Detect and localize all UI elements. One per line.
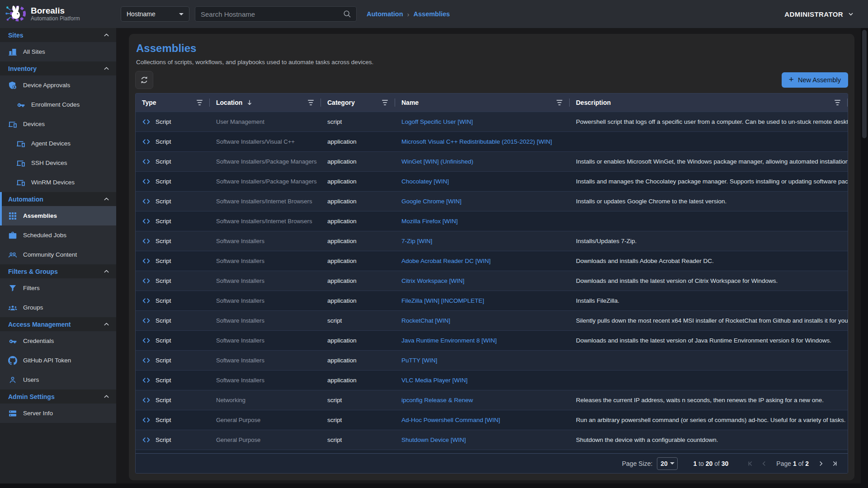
breadcrumb-assemblies[interactable]: Assemblies bbox=[414, 10, 450, 18]
assembly-link[interactable]: Citrix Workspace [WIN] bbox=[401, 277, 464, 284]
search-box[interactable] bbox=[195, 6, 357, 22]
sidebar-item-ssh-devices[interactable]: SSH Devices bbox=[0, 153, 116, 173]
filter-icon[interactable] bbox=[195, 98, 204, 107]
sidebar-item-community-content[interactable]: Community Content bbox=[0, 245, 116, 264]
assembly-link[interactable]: 7-Zip [WIN] bbox=[401, 238, 432, 244]
sidebar-item-label: Filters bbox=[23, 285, 40, 291]
assembly-link[interactable]: ipconfig Release & Renew bbox=[401, 397, 473, 404]
table-row[interactable]: ScriptSoftware InstallersapplicationFile… bbox=[136, 291, 848, 310]
assembly-link[interactable]: RocketChat [WIN] bbox=[401, 317, 450, 324]
cell-category: application bbox=[321, 192, 395, 211]
sidebar-section-sites[interactable]: Sites bbox=[0, 28, 116, 42]
sidebar-section-automation[interactable]: Automation bbox=[0, 192, 116, 206]
page-size-select[interactable]: 20 bbox=[657, 457, 678, 470]
sidebar-item-agent-devices[interactable]: Agent Devices bbox=[0, 134, 116, 153]
last-page-button[interactable] bbox=[829, 458, 840, 469]
user-menu-button[interactable]: ADMINISTRATOR bbox=[784, 10, 854, 18]
sidebar-item-filters[interactable]: Filters bbox=[0, 278, 116, 298]
brand-subtitle: Automation Platform bbox=[31, 16, 80, 22]
filter-icon[interactable] bbox=[306, 98, 316, 107]
breadcrumb-automation[interactable]: Automation bbox=[367, 10, 403, 18]
table-row[interactable]: ScriptSoftware InstallersapplicationAdob… bbox=[136, 251, 848, 271]
sort-desc-icon[interactable] bbox=[246, 99, 253, 106]
assembly-link[interactable]: Logoff Specific User [WIN] bbox=[401, 118, 473, 125]
table-row[interactable]: ScriptSoftware Installersapplication7-Zi… bbox=[136, 231, 848, 251]
vertical-scrollbar-thumb[interactable] bbox=[862, 30, 867, 138]
code-icon bbox=[142, 296, 151, 305]
hostname-filter-select[interactable]: Hostname bbox=[121, 6, 189, 22]
sidebar-section-access-management[interactable]: Access Management bbox=[0, 317, 116, 331]
sidebar-item-scheduled-jobs[interactable]: Scheduled Jobs bbox=[0, 225, 116, 245]
page-of-word: of bbox=[798, 460, 804, 467]
filter-icon[interactable] bbox=[833, 98, 842, 107]
sidebar-item-github-api-token[interactable]: GitHub API Token bbox=[0, 351, 116, 370]
sidebar-item-server-info[interactable]: Server Info bbox=[0, 404, 116, 423]
page-current: 1 bbox=[793, 460, 797, 467]
code-icon bbox=[142, 197, 151, 206]
refresh-button[interactable] bbox=[135, 71, 153, 89]
table-row[interactable]: ScriptSoftware InstallersapplicationVLC … bbox=[136, 370, 848, 390]
assembly-link[interactable]: Microsoft Visual C++ Redistributable (20… bbox=[401, 138, 552, 145]
cell-category: script bbox=[321, 430, 395, 450]
assembly-link[interactable]: WinGet [WIN] (Unfinished) bbox=[401, 158, 473, 165]
table-row[interactable]: ScriptGeneral PurposescriptShutdown Devi… bbox=[136, 430, 848, 450]
horizontal-scrollbar[interactable] bbox=[0, 483, 868, 488]
assembly-link[interactable]: FileZilla [WIN] [INCOMPLETE] bbox=[401, 297, 484, 304]
new-assembly-button[interactable]: + New Assembly bbox=[782, 72, 848, 88]
column-header-name[interactable]: Name bbox=[395, 94, 570, 112]
sidebar-item-device-approvals[interactable]: Device Approvals bbox=[0, 75, 116, 95]
sidebar-item-winrm-devices[interactable]: WinRM Devices bbox=[0, 173, 116, 192]
sidebar-section-inventory[interactable]: Inventory bbox=[0, 61, 116, 75]
type-label: Script bbox=[156, 357, 171, 364]
previous-page-button[interactable] bbox=[758, 458, 770, 469]
assembly-link[interactable]: Adobe Acrobat Reader DC [WIN] bbox=[401, 258, 491, 264]
sidebar-item-users[interactable]: Users bbox=[0, 370, 116, 389]
type-label: Script bbox=[156, 297, 171, 304]
sidebar-section-filters-groups[interactable]: Filters & Groups bbox=[0, 264, 116, 278]
assembly-link[interactable]: VLC Media Player [WIN] bbox=[401, 377, 467, 384]
next-page-button[interactable] bbox=[815, 458, 827, 469]
assembly-link[interactable]: Ad-Hoc Powershell Command [WIN] bbox=[401, 417, 500, 423]
cell-name: Citrix Workspace [WIN] bbox=[395, 271, 570, 291]
table-row[interactable]: ScriptGeneral PurposescriptAd-Hoc Powers… bbox=[136, 410, 848, 430]
filter-icon[interactable] bbox=[380, 98, 390, 107]
filter-icon[interactable] bbox=[555, 98, 564, 107]
assembly-link[interactable]: Mozilla Firefox [WIN] bbox=[401, 218, 458, 225]
table-row[interactable]: ScriptSoftware Installers/Package Manage… bbox=[136, 151, 848, 171]
cell-category: application bbox=[321, 172, 395, 191]
table-row[interactable]: ScriptSoftware InstallersapplicationPuTT… bbox=[136, 350, 848, 370]
page-subtitle: Collections of scripts, workflows, and p… bbox=[136, 59, 848, 66]
cell-name: Microsoft Visual C++ Redistributable (20… bbox=[395, 132, 570, 151]
new-assembly-label: New Assembly bbox=[798, 76, 841, 84]
column-header-type[interactable]: Type bbox=[136, 94, 210, 112]
table-row[interactable]: ScriptNetworkingscriptipconfig Release &… bbox=[136, 390, 848, 410]
column-header-location[interactable]: Location bbox=[210, 94, 321, 112]
assembly-link[interactable]: PuTTY [WIN] bbox=[401, 357, 437, 364]
vertical-scrollbar[interactable] bbox=[861, 28, 868, 483]
assembly-link[interactable]: Java Runtime Environment 8 [WIN] bbox=[401, 337, 497, 344]
table-row[interactable]: ScriptSoftware Installers/Package Manage… bbox=[136, 171, 848, 191]
table-row[interactable]: ScriptSoftware Installers/Internet Brows… bbox=[136, 191, 848, 211]
table-row[interactable]: ScriptSoftware Installers/Internet Brows… bbox=[136, 211, 848, 231]
assembly-link[interactable]: Chocolatey [WIN] bbox=[401, 178, 449, 185]
table-row[interactable]: ScriptSoftware InstallersapplicationJava… bbox=[136, 330, 848, 350]
assembly-link[interactable]: Shutdown Device [WIN] bbox=[401, 436, 466, 443]
table-row[interactable]: ScriptSoftware Installers/Visual C++appl… bbox=[136, 131, 848, 151]
sidebar-item-credentials[interactable]: Credentials bbox=[0, 331, 116, 351]
search-input[interactable] bbox=[200, 10, 343, 19]
table-row[interactable]: ScriptUser ManagementscriptLogoff Specif… bbox=[136, 112, 848, 131]
sidebar-item-enrollment-codes[interactable]: Enrollment Codes bbox=[0, 95, 116, 114]
cell-location: Software Installers bbox=[210, 291, 321, 310]
column-header-description[interactable]: Description bbox=[570, 94, 848, 112]
sidebar-item-assemblies[interactable]: Assemblies bbox=[0, 206, 116, 225]
first-page-button[interactable] bbox=[745, 458, 756, 469]
sidebar-item-groups[interactable]: Groups bbox=[0, 298, 116, 317]
assembly-link[interactable]: Google Chrome [WIN] bbox=[401, 198, 462, 205]
column-header-category[interactable]: Category bbox=[321, 94, 395, 112]
sidebar-section-admin-settings[interactable]: Admin Settings bbox=[0, 389, 116, 404]
table-row[interactable]: ScriptSoftware InstallersapplicationCitr… bbox=[136, 271, 848, 291]
sidebar-item-devices[interactable]: Devices bbox=[0, 114, 116, 134]
sidebar-item-all-sites[interactable]: All Sites bbox=[0, 42, 116, 61]
brand-logo: Borealis Automation Platform bbox=[0, 4, 116, 24]
table-row[interactable]: ScriptSoftware InstallersscriptRocketCha… bbox=[136, 310, 848, 330]
